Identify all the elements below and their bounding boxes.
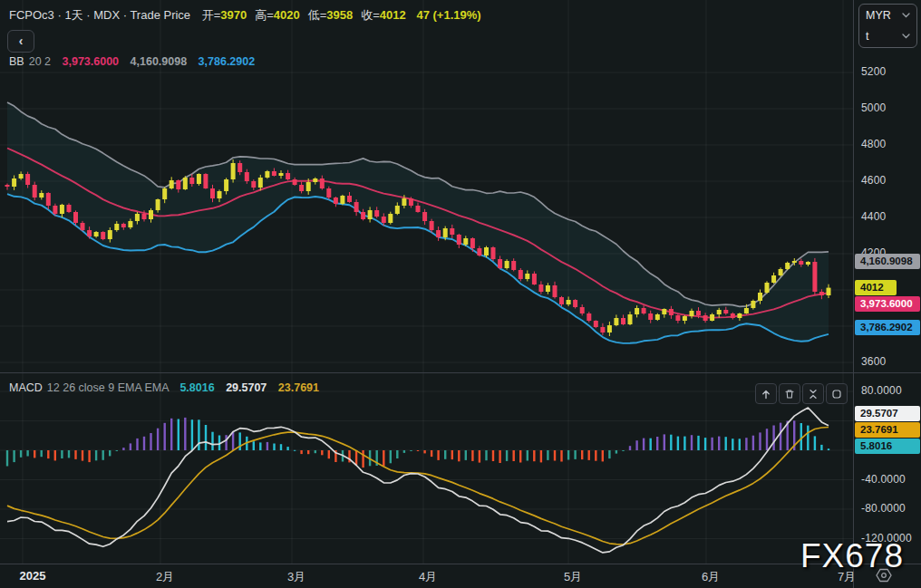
macd-signal-value: 23.7691 (278, 381, 319, 394)
macd-hist-value: 5.8016 (179, 381, 214, 394)
macd-hist-badge: 5.8016 (855, 439, 920, 454)
bb-label: BB (9, 55, 24, 68)
bb-upper-value: 4,160.9098 (131, 55, 188, 68)
back-button[interactable]: ‹ (7, 30, 34, 53)
price-tick: 4400 (861, 210, 887, 223)
price-tick: 4600 (861, 174, 887, 187)
price-chart-canvas[interactable] (0, 0, 853, 588)
macd-legend[interactable]: MACD12 26 close 9 EMA EMA 5.8016 29.5707… (9, 381, 319, 394)
chart-app: FCPOc3 · 1天 · MDX · Trade Price 开=3970高=… (0, 0, 921, 588)
macd-tick: -120.0000 (861, 532, 912, 545)
maximize-pane-button[interactable] (826, 383, 848, 404)
time-scale[interactable]: 20252月3月4月5月6月7月 (0, 564, 921, 588)
move-pane-up-button[interactable] (755, 383, 777, 404)
bb-basis-value: 3,973.6000 (63, 55, 120, 68)
macd-tick: -80.0000 (861, 502, 906, 515)
ohlc-value: 3970 (220, 8, 247, 22)
bb-basis-badge: 3,973.6000 (855, 296, 920, 312)
ohlc-value: 4020 (274, 8, 300, 22)
change-value: 47 (+1.19%) (416, 8, 480, 22)
bb-legend[interactable]: BB20 2 3,973.6000 4,160.9098 3,786.2902 (9, 55, 255, 68)
bb-params: 20 2 (29, 55, 51, 68)
last-price-badge: 4012 (855, 280, 897, 295)
symbol-title[interactable]: FCPOc3 · 1天 · MDX · Trade Price (9, 8, 190, 22)
price-tick: 3600 (861, 355, 887, 368)
time-label: 2月 (145, 569, 185, 585)
collapse-icon (808, 389, 819, 400)
bb-lower-value: 3,786.2902 (199, 55, 256, 68)
chevron-left-icon: ‹ (19, 34, 24, 48)
scale-settings-menu: MYR t (858, 4, 917, 48)
price-tick: 5000 (861, 101, 887, 114)
chevron-down-icon (902, 34, 910, 39)
time-label: 6月 (691, 569, 731, 585)
price-tick: 4800 (861, 138, 887, 150)
delete-indicator-button[interactable] (779, 383, 800, 404)
currency-dropdown[interactable]: MYR (859, 5, 916, 25)
unit-value: t (866, 30, 868, 43)
macd-tick: 80.0000 (861, 384, 902, 397)
time-label: 3月 (276, 569, 316, 585)
ohlc-values: 开=3970高=4020低=3958收=4012 (194, 8, 406, 22)
bb-upper-badge: 4,160.9098 (855, 254, 920, 269)
arrow-up-icon (761, 389, 771, 400)
time-label: 2025 (13, 569, 53, 583)
timezone-settings-icon[interactable] (874, 568, 894, 583)
unit-dropdown[interactable]: t (859, 25, 916, 46)
macd-pane-toolbar (755, 383, 848, 404)
time-label: 5月 (553, 569, 593, 585)
macd-line-value: 29.5707 (226, 381, 267, 394)
ohlc-label: 高= (255, 8, 274, 22)
symbol-header: FCPOc3 · 1天 · MDX · Trade Price 开=3970高=… (9, 7, 481, 24)
ohlc-label: 开= (202, 8, 221, 22)
ohlc-label: 收= (361, 8, 380, 22)
time-label: 7月 (827, 569, 867, 585)
macd-line-badge: 29.5707 (855, 406, 920, 421)
ohlc-value: 4012 (380, 8, 406, 22)
macd-label: MACD (9, 381, 43, 394)
ohlc-label: 低= (308, 8, 327, 22)
time-label: 4月 (408, 569, 448, 585)
macd-tick: -40.0000 (861, 473, 906, 486)
chevron-down-icon (902, 13, 910, 18)
ohlc-value: 3958 (326, 8, 353, 22)
maximize-icon (831, 389, 842, 400)
macd-signal-badge: 23.7691 (855, 422, 920, 438)
price-tick: 5200 (861, 65, 887, 78)
price-scale[interactable]: MYR t 520050004800460044004200360080.000… (853, 0, 921, 588)
trash-icon (784, 389, 795, 400)
macd-params: 12 26 close 9 EMA EMA (47, 381, 169, 394)
pane-separator[interactable] (0, 372, 921, 373)
collapse-pane-button[interactable] (802, 383, 824, 404)
currency-value: MYR (866, 9, 891, 22)
bb-lower-badge: 3,786.2902 (855, 320, 920, 335)
